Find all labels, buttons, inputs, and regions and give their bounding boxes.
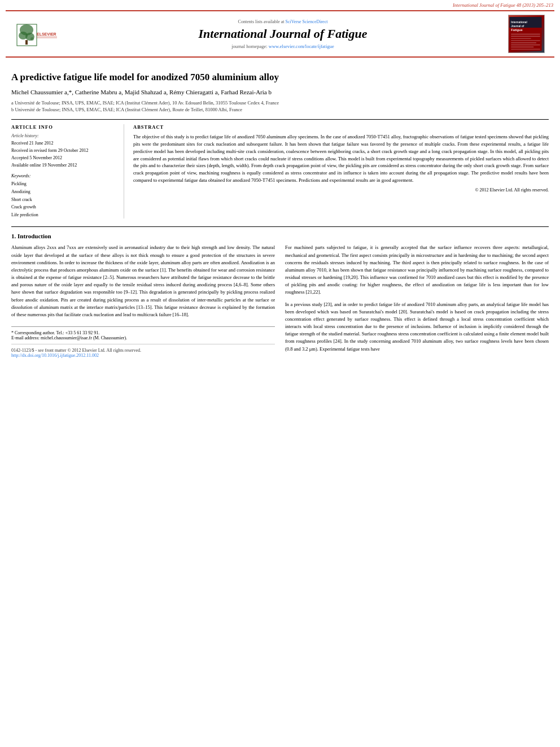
authors: Michel Chaussumier a,*, Catherine Mabru … <box>11 88 549 97</box>
elsevier-logo-icon: ELSEVIER <box>14 19 59 50</box>
citation-text: International Journal of Fatigue 48 (201… <box>453 2 553 8</box>
received-date: Received 21 June 2012 <box>11 140 118 147</box>
citation-bar: International Journal of Fatigue 48 (201… <box>0 0 560 10</box>
abstract-column: ABSTRACT The objective of this study is … <box>133 124 549 219</box>
issn-line: 0142-1123/$ - see front matter © 2012 El… <box>11 348 275 353</box>
section1-title: 1. Introduction <box>11 233 549 239</box>
elsevier-logo-container: ELSEVIER <box>11 19 62 50</box>
abstract-text: The objective of this study is to predic… <box>133 133 549 184</box>
affiliation-a: a Université de Toulouse; INSA, UPS, EMA… <box>11 100 549 107</box>
sciverse-link[interactable]: SciVerse ScienceDirect <box>286 19 328 24</box>
abstract-heading: ABSTRACT <box>133 124 549 130</box>
footnote-area: * Corresponding author. Tel.: +33 5 61 3… <box>11 326 275 340</box>
body-col2-p1: For machined parts subjected to fatigue,… <box>285 244 549 296</box>
svg-rect-4 <box>25 40 28 45</box>
doi-line[interactable]: http://dx.doi.org/10.1016/j.ijfatigue.20… <box>11 353 275 358</box>
available-date: Available online 19 November 2012 <box>11 162 118 169</box>
body-col2-p2: In a previous study [23], and in order t… <box>285 301 549 353</box>
svg-text:Fatigue: Fatigue <box>511 28 522 32</box>
main-content: A predictive fatigue life model for anod… <box>0 58 560 364</box>
svg-text:International: International <box>511 21 527 24</box>
footnote-email: E-mail address: michel.chaussumier@isae.… <box>11 335 275 340</box>
homepage-url[interactable]: www.elsevier.com/locate/ijfatigue <box>269 43 334 49</box>
sciverse-prefix: Contents lists available at <box>238 19 285 24</box>
journal-title: International Journal of Fatigue <box>62 27 504 41</box>
history-label: Article history: <box>11 133 118 138</box>
body-content: 1. Introduction Aluminum alloys 2xxx and… <box>11 226 549 358</box>
svg-point-5 <box>30 37 34 41</box>
copyright-line: © 2012 Elsevier Ltd. All rights reserved… <box>133 187 549 193</box>
keyword-4: Crack growth <box>11 203 118 211</box>
sciverse-line: Contents lists available at SciVerse Sci… <box>62 19 504 24</box>
journal-homepage: journal homepage: www.elsevier.com/locat… <box>62 43 504 49</box>
keyword-3: Short crack <box>11 196 118 204</box>
journal-cover-right: International Journal of Fatigue <box>504 15 549 53</box>
revised-date: Received in revised form 29 October 2012 <box>11 147 118 155</box>
journal-header: ELSEVIER Contents lists available at Sci… <box>6 10 554 58</box>
article-info-column: ARTICLE INFO Article history: Received 2… <box>11 124 124 219</box>
authors-text: Michel Chaussumier a,*, Catherine Mabru … <box>11 89 272 95</box>
article-dates: Received 21 June 2012 Received in revise… <box>11 140 118 169</box>
section1-body: Aluminum alloys 2xxx and 7xxx are extens… <box>11 244 549 358</box>
body-col-right: For machined parts subjected to fatigue,… <box>285 244 549 358</box>
fatigue-cover-image: International Journal of Fatigue <box>508 15 545 53</box>
bottom-bar: 0142-1123/$ - see front matter © 2012 El… <box>11 344 275 358</box>
svg-text:Journal of: Journal of <box>511 25 524 28</box>
body-col-left: Aluminum alloys 2xxx and 7xxx are extens… <box>11 244 275 358</box>
svg-text:ELSEVIER: ELSEVIER <box>37 32 56 36</box>
article-title: A predictive fatigue life model for anod… <box>11 71 549 84</box>
keyword-2: Anodizing <box>11 188 118 196</box>
article-info-heading: ARTICLE INFO <box>11 124 118 130</box>
keyword-5: Life prediction <box>11 211 118 219</box>
journal-header-center: Contents lists available at SciVerse Sci… <box>62 17 504 51</box>
footnote-corresponding: * Corresponding author. Tel.: +33 5 61 3… <box>11 330 275 335</box>
keywords-label: Keywords: <box>11 173 118 178</box>
article-info-abstract: ARTICLE INFO Article history: Received 2… <box>11 119 549 219</box>
affiliation-b: b Université de Toulouse; INSA, UPS, EMA… <box>11 107 549 113</box>
keyword-1: Pickling <box>11 180 118 188</box>
body-col1-p1: Aluminum alloys 2xxx and 7xxx are extens… <box>11 244 275 318</box>
keywords-list: Pickling Anodizing Short crack Crack gro… <box>11 180 118 219</box>
affiliations: a Université de Toulouse; INSA, UPS, EMA… <box>11 100 549 113</box>
accepted-date: Accepted 5 November 2012 <box>11 155 118 162</box>
